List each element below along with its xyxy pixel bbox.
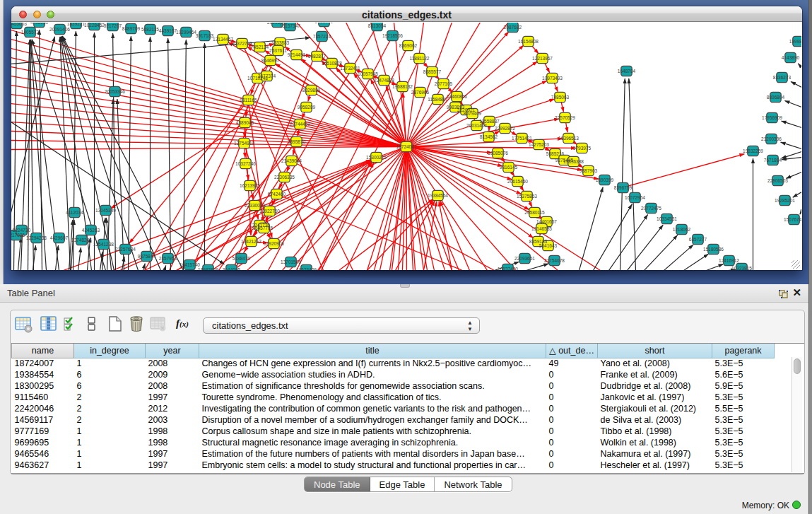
svg-text:9887903: 9887903: [579, 168, 598, 173]
svg-text:13146585: 13146585: [531, 226, 552, 231]
svg-text:13701506: 13701506: [281, 259, 301, 264]
svg-text:10973493: 10973493: [542, 76, 563, 81]
svg-text:1839221: 1839221: [67, 23, 86, 26]
svg-text:15076749: 15076749: [784, 217, 801, 222]
svg-text:21439044: 21439044: [281, 158, 302, 163]
svg-text:3395870: 3395870: [288, 139, 306, 144]
svg-text:16072954: 16072954: [625, 195, 645, 200]
svg-text:6457765: 6457765: [255, 226, 273, 230]
svg-text:6482877: 6482877: [308, 54, 326, 59]
svg-text:10334531: 10334531: [657, 216, 677, 221]
svg-text:18992829: 18992829: [198, 267, 218, 270]
svg-text:18922760: 18922760: [259, 209, 280, 214]
svg-text:8646997: 8646997: [261, 58, 280, 63]
svg-text:19836388: 19836388: [563, 159, 584, 164]
svg-text:17956909: 17956909: [762, 115, 782, 120]
svg-text:9816145: 9816145: [500, 165, 518, 170]
svg-text:12920906: 12920906: [264, 241, 284, 246]
svg-text:13421212: 13421212: [241, 239, 261, 244]
svg-text:2457954: 2457954: [159, 256, 177, 261]
svg-text:6217026: 6217026: [11, 233, 25, 238]
svg-text:10228452: 10228452: [84, 23, 105, 28]
svg-text:21754078: 21754078: [544, 258, 565, 263]
svg-text:8134562: 8134562: [480, 134, 498, 139]
svg-text:8489709: 8489709: [122, 26, 141, 31]
svg-text:12213967: 12213967: [532, 56, 553, 61]
svg-text:1890399: 1890399: [596, 177, 614, 182]
svg-text:7671884: 7671884: [764, 158, 782, 163]
svg-text:10327246: 10327246: [235, 161, 256, 166]
svg-text:4439167: 4439167: [159, 28, 177, 33]
svg-text:4735650: 4735650: [30, 23, 49, 25]
svg-text:22744459: 22744459: [290, 122, 310, 127]
svg-text:3644095: 3644095: [223, 267, 241, 270]
svg-text:9214491: 9214491: [288, 52, 306, 57]
svg-text:10837430: 10837430: [498, 267, 518, 270]
svg-text:16510878: 16510878: [322, 61, 342, 66]
svg-text:4245263: 4245263: [82, 228, 100, 233]
svg-text:15180586: 15180586: [703, 247, 724, 252]
svg-text:19085076: 19085076: [488, 151, 508, 156]
svg-text:5685216: 5685216: [546, 151, 565, 156]
svg-text:22306335: 22306335: [274, 175, 295, 180]
svg-text:16154808: 16154808: [518, 39, 539, 44]
svg-text:19218506: 19218506: [382, 33, 403, 38]
svg-text:2066449: 2066449: [315, 23, 334, 24]
svg-text:8813054: 8813054: [368, 23, 387, 28]
svg-text:20772475: 20772475: [641, 206, 661, 211]
svg-text:13732411: 13732411: [340, 66, 360, 71]
svg-text:7485063: 7485063: [551, 95, 570, 100]
svg-text:3333883: 3333883: [271, 40, 290, 45]
svg-text:9875847: 9875847: [138, 254, 156, 259]
svg-text:8396759: 8396759: [614, 185, 632, 190]
svg-text:2537611: 2537611: [269, 48, 287, 53]
svg-text:18724007: 18724007: [396, 144, 417, 149]
svg-text:19299464: 19299464: [176, 30, 196, 35]
svg-text:9217207: 9217207: [104, 23, 122, 28]
svg-text:14460856: 14460856: [447, 94, 467, 99]
svg-text:6357277: 6357277: [689, 237, 707, 242]
svg-text:1999828: 1999828: [789, 39, 801, 44]
svg-text:16213925: 16213925: [240, 183, 260, 188]
svg-text:7452134: 7452134: [251, 45, 269, 49]
svg-text:12541238: 12541238: [93, 242, 114, 247]
svg-text:22093651: 22093651: [514, 256, 535, 261]
svg-text:16415740: 16415740: [180, 262, 200, 267]
svg-text:8806804: 8806804: [767, 95, 785, 100]
svg-text:15375853: 15375853: [517, 194, 537, 199]
svg-text:13754919: 13754919: [234, 141, 254, 146]
svg-text:15300215: 15300215: [366, 155, 387, 160]
svg-text:8369062: 8369062: [399, 43, 418, 48]
svg-text:5641643: 5641643: [539, 243, 558, 248]
svg-text:22474828: 22474828: [374, 78, 394, 83]
svg-text:19688132: 19688132: [392, 84, 413, 89]
svg-text:9958289: 9958289: [298, 105, 316, 110]
svg-text:20091406: 20091406: [49, 27, 70, 32]
svg-text:21257684: 21257684: [115, 247, 136, 252]
svg-text:19384554: 19384554: [428, 193, 448, 198]
svg-text:1405572: 1405572: [21, 30, 40, 35]
svg-text:8685577: 8685577: [423, 69, 442, 74]
svg-text:20615450: 20615450: [507, 179, 528, 184]
svg-text:11584847: 11584847: [428, 97, 448, 102]
svg-text:6742460: 6742460: [268, 192, 286, 197]
svg-text:4389045: 4389045: [236, 120, 254, 125]
svg-text:14401657: 14401657: [536, 219, 557, 224]
svg-text:22570529: 22570529: [555, 115, 575, 120]
svg-text:19285201: 19285201: [775, 198, 795, 203]
svg-text:2077105: 2077105: [435, 81, 453, 86]
svg-text:15157347: 15157347: [280, 23, 300, 28]
svg-text:4143890: 4143890: [782, 55, 800, 60]
svg-text:8029889: 8029889: [302, 88, 321, 93]
svg-text:16396513: 16396513: [558, 136, 579, 141]
svg-text:5682115: 5682115: [141, 27, 159, 32]
svg-text:22330030: 22330030: [245, 203, 265, 208]
svg-text:10323815: 10323815: [731, 266, 752, 270]
svg-text:20053346: 20053346: [105, 89, 125, 94]
svg-text:12294238: 12294238: [26, 235, 47, 240]
svg-text:22455603: 22455603: [11, 23, 27, 26]
svg-text:2876966: 2876966: [411, 90, 430, 95]
svg-text:8811165: 8811165: [240, 98, 257, 103]
svg-text:1648784: 1648784: [618, 69, 636, 74]
svg-text:20372723: 20372723: [232, 41, 252, 46]
